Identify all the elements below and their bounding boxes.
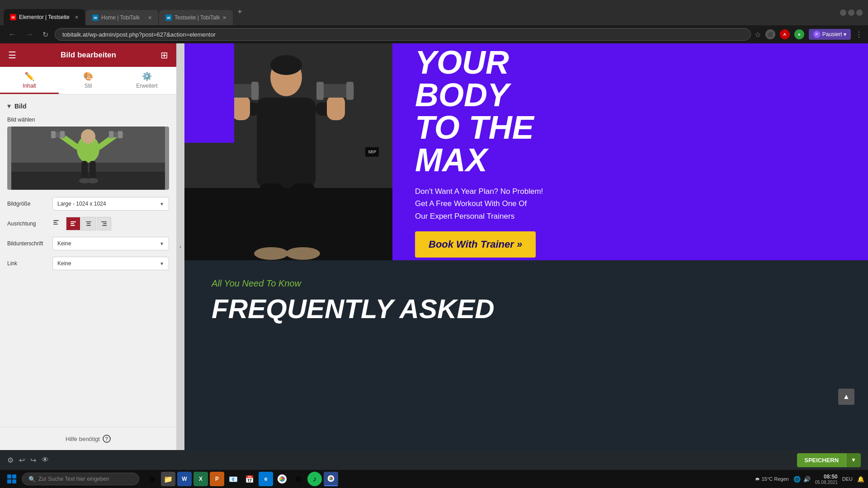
link-select[interactable]: Keine ▼	[52, 257, 169, 270]
bild-waehlen-field: Bild wählen	[7, 117, 169, 190]
tab-stil[interactable]: 🎨 Stil	[59, 67, 118, 94]
taskbar-apps: ⊞ 📁 W X P 📧 📅 e ⚙ ♪	[145, 472, 338, 486]
maximize-button[interactable]	[848, 9, 854, 16]
extensions-icon[interactable]: ⬛	[765, 29, 775, 39]
book-with-trainer-button[interactable]: Book With Trainer »	[415, 231, 536, 258]
close-tab-icon[interactable]: ✕	[75, 14, 79, 20]
ausrichtung-icon	[52, 219, 60, 228]
browser-menu-icon[interactable]: ⋮	[855, 30, 863, 39]
faq-subtitle: All You Need To Know	[212, 278, 841, 289]
taskbar-file-icon[interactable]: 📁	[161, 472, 175, 486]
history-redo-icon[interactable]: ↪	[30, 456, 36, 465]
section-toggle-icon[interactable]: ▾	[7, 102, 11, 110]
profile-label: Pausiert ▾	[822, 31, 846, 38]
notification-center-button[interactable]: 🔔	[857, 476, 864, 483]
windows-taskbar: 🔍 Zur Suche Text hier eingeben ⊞ 📁 W X P…	[0, 470, 868, 488]
taskbar-calendar-icon[interactable]: 📅	[242, 472, 257, 486]
svg-rect-25	[86, 225, 91, 226]
taskbar-powerpoint-icon[interactable]: P	[210, 472, 224, 486]
speichern-button[interactable]: SPEICHERN	[797, 453, 846, 467]
stil-icon: 🎨	[59, 71, 118, 81]
svg-rect-20	[71, 221, 76, 222]
user-profile-button[interactable]: P Pausiert ▾	[809, 29, 851, 40]
taskbar-search-box[interactable]: 🔍 Zur Suche Text hier eingeben	[22, 473, 139, 485]
taskbar-settings-icon[interactable]: ⚙	[291, 472, 306, 486]
content-area: SEP YOUR BODY TO THE MAX Don't Want A Ye…	[184, 43, 868, 450]
sep-badge: SEP	[365, 147, 379, 157]
hero-section: SEP YOUR BODY TO THE MAX Don't Want A Ye…	[184, 43, 868, 260]
svg-point-16	[87, 178, 98, 183]
taskbar-spotify-icon[interactable]: ♪	[307, 472, 322, 486]
weather-widget[interactable]: 🌧 15°C Regen	[755, 476, 789, 482]
align-center-button[interactable]	[81, 217, 96, 230]
close-button[interactable]	[856, 9, 863, 16]
bildgroesse-select[interactable]: Large - 1024 x 1024 ▼	[52, 197, 169, 211]
tab-erweitert[interactable]: ⚙️ Erweitert	[118, 67, 176, 94]
svg-rect-43	[259, 183, 284, 256]
tab-testseite[interactable]: W Testseite | TobiTalk ✕	[159, 10, 233, 25]
collapse-sidebar-button[interactable]: ‹	[176, 43, 184, 450]
speichern-dropdown-button[interactable]: ▼	[846, 453, 861, 467]
nav-bar: ← → ↻ tobitalk.at/wp-admin/post.php?post…	[0, 25, 868, 43]
weather-icon: 🌧	[755, 476, 760, 482]
erweitert-label: Erweitert	[136, 83, 157, 89]
network-icon[interactable]: 🌐	[793, 476, 801, 483]
tab-icon: W	[10, 14, 16, 20]
align-left-button[interactable]	[66, 217, 80, 230]
align-right-button[interactable]	[97, 217, 111, 230]
taskbar-mail-icon[interactable]: 📧	[226, 472, 241, 486]
forward-button[interactable]: →	[23, 30, 36, 39]
sidebar: ☰ Bild bearbeiten ⊞ ✏️ Inhalt 🎨 Stil ⚙️ …	[0, 43, 176, 450]
taskbar-active-chrome[interactable]	[324, 472, 338, 486]
tab-inhalt[interactable]: ✏️ Inhalt	[0, 67, 59, 94]
taskbar-excel-icon[interactable]: X	[193, 472, 208, 486]
elementor-bottom-bar: ⚙ ↩ ↪ 👁 SPEICHERN ▼	[0, 450, 868, 470]
history-undo-icon[interactable]: ↩	[19, 456, 25, 465]
svg-rect-41	[316, 82, 324, 100]
back-button[interactable]: ←	[5, 30, 19, 39]
clock[interactable]: 08:50 05.08.2021	[815, 474, 838, 485]
language-indicator[interactable]: DEU	[842, 476, 853, 482]
sidebar-tabs: ✏️ Inhalt 🎨 Stil ⚙️ Erweitert	[0, 67, 176, 94]
bookmark-icon[interactable]: ☆	[755, 30, 761, 39]
sidebar-header: ☰ Bild bearbeiten ⊞	[0, 43, 176, 67]
help-link[interactable]: Hilfe benötigt ?	[7, 435, 169, 443]
svg-rect-19	[53, 224, 58, 225]
tab-home[interactable]: W Home | TobiTalk ✕	[86, 10, 158, 25]
avast-icon[interactable]: A	[780, 29, 790, 39]
address-bar[interactable]: tobitalk.at/wp-admin/post.php?post=627&a…	[55, 28, 751, 41]
close-tab-icon-3[interactable]: ✕	[222, 15, 226, 21]
preview-icon[interactable]: 👁	[42, 456, 49, 464]
tab-elementor[interactable]: W Elementor | Testseite ✕	[4, 9, 85, 25]
volume-icon[interactable]: 🔊	[803, 476, 811, 483]
taskbar-edge-icon[interactable]: e	[259, 472, 273, 486]
svg-rect-17	[53, 220, 59, 221]
notification-icons: 🌐 🔊	[793, 476, 811, 483]
svg-rect-35	[232, 95, 250, 120]
grid-icon[interactable]: ⊞	[160, 50, 168, 61]
help-circle-icon: ?	[103, 435, 111, 443]
bild-section-header: ▾ Bild	[7, 102, 169, 110]
svg-rect-42	[346, 82, 354, 100]
new-tab-button[interactable]: +	[234, 5, 246, 19]
settings-icon[interactable]: ⚙	[7, 456, 14, 465]
erweitert-icon: ⚙️	[118, 71, 176, 81]
taskbar-word-icon[interactable]: W	[177, 472, 192, 486]
hamburger-icon[interactable]: ☰	[8, 50, 16, 61]
close-tab-icon-2[interactable]: ✕	[148, 15, 152, 21]
taskbar-chrome-icon[interactable]	[275, 472, 289, 486]
svg-rect-24	[87, 223, 90, 224]
start-button[interactable]	[4, 471, 20, 487]
minimize-button[interactable]	[840, 9, 846, 16]
reload-button[interactable]: ↻	[40, 30, 51, 39]
speichern-label: SPEICHERN	[804, 457, 839, 464]
hero-subtitle: Don't Want A Year Plan? No Problem! Get …	[415, 185, 845, 222]
bildunterschrift-select[interactable]: Keine ▼	[52, 237, 169, 250]
scroll-to-top-button[interactable]: ▲	[838, 389, 854, 405]
edge-icon[interactable]: e	[794, 29, 804, 39]
bildgroesse-value: Large - 1024 x 1024	[57, 201, 106, 207]
svg-rect-12	[118, 131, 123, 138]
weather-temp: 15°C Regen	[762, 476, 789, 482]
taskview-icon[interactable]: ⊞	[145, 472, 159, 486]
image-preview[interactable]	[7, 127, 169, 190]
